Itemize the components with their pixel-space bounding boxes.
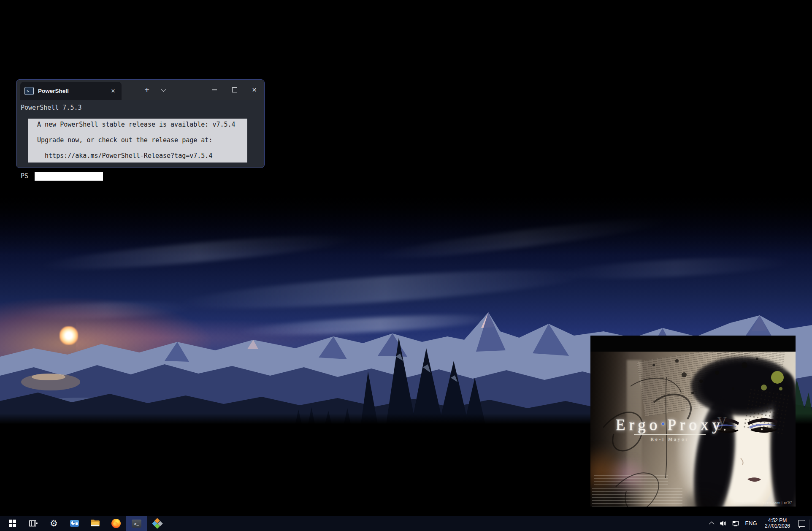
terminal-tab-powershell[interactable]: >_ PowerShell ✕: [20, 82, 122, 100]
poster-watermark: www.animewallpapers.com | ar'07: [735, 501, 792, 504]
prompt-label: PS: [21, 172, 28, 180]
taskbar-buttons: ⚙ >_: [2, 516, 168, 531]
ergo-proxy-poster: Ergo•Proxy Re-l Mayor y www.animewallpap…: [590, 336, 796, 507]
maximize-icon: [232, 87, 237, 92]
desktop: Ergo•Proxy Re-l Mayor y www.animewallpap…: [0, 0, 812, 531]
terminal-version-line: PowerShell 7.5.3: [21, 104, 264, 112]
show-desktop-strip[interactable]: [809, 520, 812, 530]
poster-black-band: [590, 336, 796, 352]
clock-time: 4:52 PM: [768, 517, 787, 523]
settings-gear-icon: ⚙: [50, 519, 58, 528]
minimize-button[interactable]: [205, 80, 225, 100]
poster-subtitle: Re-l Mayor: [602, 436, 737, 442]
chevron-down-icon: [161, 87, 166, 92]
show-hidden-icons-chevron-icon[interactable]: [709, 521, 715, 527]
tab-title: PowerShell: [38, 88, 69, 94]
maximize-button[interactable]: [225, 80, 244, 100]
network-button[interactable]: [732, 520, 739, 526]
redacted-path-box: [32, 170, 105, 183]
minimize-icon: [212, 89, 217, 90]
action-center-icon[interactable]: [798, 520, 805, 527]
title-dot: •: [661, 418, 667, 430]
window-controls: ✕: [205, 80, 264, 100]
title-word-ergo: Ergo: [616, 416, 661, 433]
task-view-button[interactable]: [23, 516, 43, 531]
tab-dropdown-button[interactable]: [157, 84, 170, 96]
title-underline: [634, 434, 706, 435]
notice-line-2: Upgrade now, or check out the release pa…: [37, 136, 212, 144]
terminal-content[interactable]: PowerShell 7.5.3 A new PowerShell stable…: [16, 100, 264, 183]
prompt-row: PS: [21, 170, 264, 183]
settings-button[interactable]: ⚙: [43, 516, 64, 531]
tab-close-icon[interactable]: ✕: [109, 88, 117, 94]
powershell-icon: >_: [132, 520, 141, 528]
firefox-icon: [111, 519, 121, 528]
terminal-titlebar[interactable]: >_ PowerShell ✕ + ✕: [16, 80, 264, 100]
ghost-glyph: y: [717, 408, 727, 431]
speaker-icon: [720, 520, 727, 526]
taskbar: ⚙ >_: [0, 516, 812, 531]
powershell-taskbar-button[interactable]: >_: [126, 516, 147, 531]
ethernet-icon: [732, 520, 739, 526]
cloud-streak: [557, 253, 793, 282]
title-word-proxy: Proxy: [667, 416, 723, 433]
start-button[interactable]: [2, 516, 23, 531]
file-explorer-button[interactable]: [85, 516, 106, 531]
update-notice-box: A new PowerShell stable release is avail…: [28, 119, 247, 163]
notice-line-3: https://aka.ms/PowerShell-Release?tag=v7…: [37, 152, 212, 160]
task-view-icon: [29, 520, 38, 527]
powershell-logo-icon: >_: [24, 87, 34, 95]
language-indicator[interactable]: ENG: [745, 520, 757, 526]
clock-date: 27/01/2026: [765, 523, 790, 529]
file-explorer-icon: [91, 520, 100, 527]
volume-button[interactable]: [720, 520, 727, 526]
notice-line-1: A new PowerShell stable release is avail…: [37, 121, 235, 128]
control-panel-button[interactable]: [64, 516, 85, 531]
new-tab-button[interactable]: +: [141, 84, 153, 96]
wallpaper-top-fade: [0, 192, 812, 255]
windows-start-icon: [9, 520, 16, 527]
close-icon: ✕: [252, 87, 257, 93]
titlebar-divider: [156, 85, 156, 95]
close-button[interactable]: ✕: [244, 80, 264, 100]
taskbar-clock[interactable]: 4:52 PM 27/01/2026: [763, 518, 791, 529]
colored-tiles-icon: [153, 519, 162, 528]
control-panel-icon: [70, 520, 79, 527]
system-tray: ENG 4:52 PM 27/01/2026: [710, 516, 812, 531]
colored-tiles-app-button[interactable]: [147, 516, 168, 531]
firefox-button[interactable]: [106, 516, 126, 531]
powershell-window: >_ PowerShell ✕ + ✕ PowerShell 7.5.3 A n…: [16, 79, 265, 168]
